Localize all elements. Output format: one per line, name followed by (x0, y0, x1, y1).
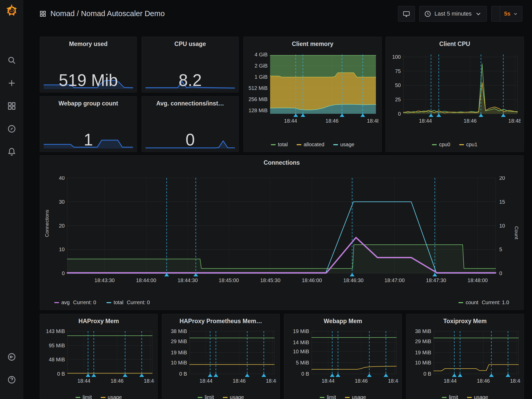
topbar: Nomad / Nomad Autoscaler Demo Last 5 min… (23, 0, 532, 27)
webapp-mem-chart[interactable]: 0 B5 MiB10 MiB14 MiB19 MiB18:4418:4618:4… (287, 329, 398, 384)
svg-text:95 MiB: 95 MiB (49, 343, 65, 348)
legend-color (54, 302, 59, 303)
legend-item[interactable]: allocated (297, 142, 324, 148)
svg-text:19 MiB: 19 MiB (415, 350, 431, 355)
dashboard-grid: Memory used 519 Mib CPU usage 8.2 Webapp… (23, 27, 532, 399)
panel-webapp-mem: Webapp Mem 0 B5 MiB10 MiB14 MiB19 MiB18:… (284, 314, 402, 399)
svg-text:143 MiB: 143 MiB (46, 329, 65, 334)
legend-color (458, 302, 463, 303)
svg-text:20: 20 (499, 176, 505, 181)
panel-title[interactable]: CPU usage (142, 41, 238, 48)
search-icon[interactable] (7, 56, 16, 65)
panel-title[interactable]: Client CPU (386, 41, 524, 48)
legend-item[interactable]: avgCurrent: 0 (54, 300, 96, 305)
client-memory-chart[interactable]: 128 MiB256 MiB512 MiB1 GiB2 GiB4 GiB18:4… (246, 52, 378, 125)
panel-title[interactable]: HAProxy Mem (40, 318, 157, 325)
create-plus-icon[interactable] (7, 79, 16, 88)
time-range-label: Last 5 minutes (434, 10, 471, 17)
monitor-icon (403, 10, 410, 17)
legend: limit usage (40, 394, 157, 399)
connections-chart[interactable]: 0102030400510152018:43:3018:44:0018:44:3… (54, 176, 509, 288)
panel-cpu-usage: CPU usage 8.2 (142, 37, 239, 92)
panel-title[interactable]: Memory used (40, 41, 137, 48)
svg-text:512 MiB: 512 MiB (249, 85, 268, 91)
svg-text:18:45:30: 18:45:30 (260, 277, 281, 283)
help-icon[interactable] (7, 375, 16, 384)
svg-text:38 MiB: 38 MiB (171, 329, 187, 334)
svg-text:256 MiB: 256 MiB (249, 96, 268, 102)
explore-compass-icon[interactable] (7, 124, 16, 133)
legend-color (297, 144, 301, 145)
legend-item[interactable]: countCurrent: 1.0 (458, 300, 509, 305)
legend-item[interactable]: usage (223, 394, 244, 399)
svg-text:18:46:30: 18:46:30 (343, 277, 364, 283)
legend-item[interactable]: usage (345, 394, 366, 399)
toxiproxy-mem-chart[interactable]: 0 B10 MiB19 MiB29 MiB38 MiB18:4418:4618:… (409, 329, 521, 384)
svg-text:18:44: 18:44 (200, 378, 212, 384)
apps-grid-icon (39, 10, 46, 17)
legend: avgCurrent: 0 totalCurrent: 0 countCurre… (54, 300, 509, 305)
haproxy-prometheus-mem-chart[interactable]: 0 B10 MiB19 MiB29 MiB38 MiB18:4418:4618:… (165, 329, 276, 384)
tv-mode-button[interactable] (398, 6, 415, 22)
svg-text:0 B: 0 B (179, 371, 187, 377)
legend-item[interactable]: limit (442, 394, 458, 399)
time-range-picker[interactable]: Last 5 minutes (419, 6, 487, 22)
legend-item[interactable]: usage (101, 394, 122, 399)
svg-text:48 MiB: 48 MiB (49, 357, 65, 362)
alerting-bell-icon[interactable] (7, 147, 16, 156)
legend-item[interactable]: cpu0 (432, 142, 450, 148)
svg-text:18:44: 18:44 (322, 378, 335, 384)
panel-title[interactable]: Connections (40, 159, 523, 166)
legend-color (442, 397, 447, 398)
panel-title[interactable]: HAProxy Prometheus Mem… (162, 318, 280, 325)
svg-text:128 MiB: 128 MiB (249, 108, 268, 113)
legend-item[interactable]: cpu1 (459, 142, 477, 148)
dashboards-icon[interactable] (7, 102, 16, 110)
svg-text:18:46: 18:46 (325, 118, 338, 124)
refresh-button[interactable] (491, 6, 500, 21)
svg-text:18:44: 18:44 (419, 118, 432, 124)
panel-toxiproxy-mem: Toxiproxy Mem 0 B10 MiB19 MiB29 MiB38 Mi… (406, 314, 524, 399)
svg-text:18:44: 18:44 (444, 378, 457, 384)
page-title: Nomad / Nomad Autoscaler Demo (50, 9, 165, 18)
panel-title[interactable]: Client memory (244, 41, 382, 48)
legend-item[interactable]: usage (333, 142, 355, 148)
svg-text:10: 10 (499, 223, 505, 229)
svg-text:18:44: 18:44 (77, 378, 90, 384)
svg-text:5 MiB: 5 MiB (296, 360, 309, 365)
legend: total allocated usage (244, 142, 382, 148)
dashboard-title-button[interactable]: Nomad / Nomad Autoscaler Demo (39, 0, 165, 27)
legend-item[interactable]: limit (320, 394, 336, 399)
svg-text:18:48: 18:48 (510, 378, 521, 384)
panel-title[interactable]: Avg. connections/inst… (142, 100, 238, 107)
legend-color (76, 397, 80, 398)
panel-title[interactable]: Toxiproxy Mem (406, 318, 524, 325)
legend-item[interactable]: limit (198, 394, 214, 399)
svg-text:15: 15 (499, 199, 505, 205)
sign-in-icon[interactable] (7, 353, 16, 361)
svg-text:18:44:00: 18:44:00 (136, 277, 156, 283)
legend-item[interactable]: limit (76, 394, 92, 399)
panel-haproxy-prometheus-mem: HAProxy Prometheus Mem… 0 B10 MiB19 MiB2… (162, 314, 280, 399)
legend-item[interactable]: usage (467, 394, 488, 399)
legend: limit usage (406, 394, 524, 399)
panel-title[interactable]: Webapp group count (40, 100, 137, 107)
client-cpu-chart[interactable]: 025507510018:4418:4618:48 (388, 52, 521, 125)
svg-text:30: 30 (59, 199, 65, 205)
svg-text:5: 5 (499, 247, 502, 252)
legend-color (223, 397, 228, 398)
stat-value: 1 (40, 130, 137, 149)
haproxy-mem-chart[interactable]: 0 B48 MiB95 MiB143 MiB18:4418:4618:48 (43, 329, 154, 384)
svg-text:18:46: 18:46 (464, 118, 477, 124)
legend-item[interactable]: total (271, 142, 288, 148)
grafana-logo[interactable] (5, 4, 18, 17)
svg-text:50: 50 (395, 82, 401, 88)
svg-text:75: 75 (395, 68, 401, 74)
svg-text:25: 25 (395, 97, 401, 102)
panel-title[interactable]: Webapp Mem (284, 318, 402, 325)
legend-item[interactable]: totalCurrent: 0 (107, 300, 150, 305)
svg-text:19 MiB: 19 MiB (171, 350, 187, 355)
svg-text:18:46: 18:46 (477, 378, 490, 384)
svg-text:10 MiB: 10 MiB (415, 360, 431, 365)
refresh-interval-dropdown[interactable]: 5s (500, 6, 522, 21)
